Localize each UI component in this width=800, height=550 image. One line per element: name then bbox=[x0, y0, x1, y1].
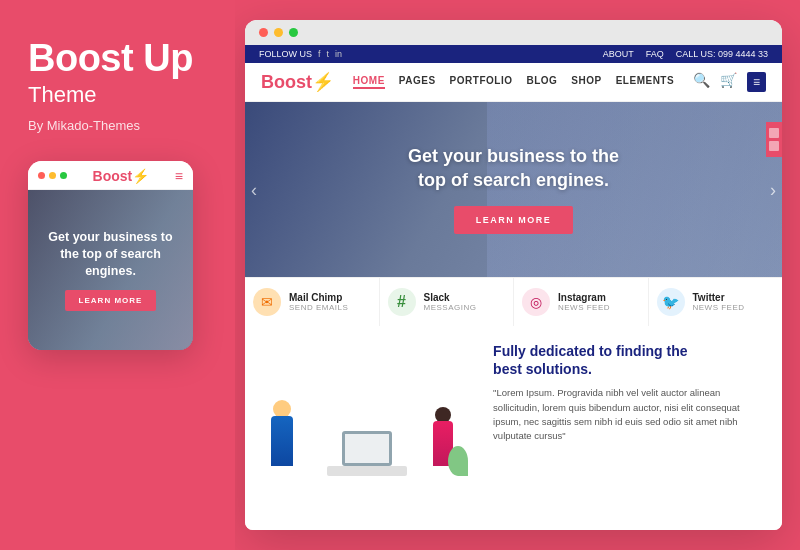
search-icon[interactable]: 🔍 bbox=[693, 72, 710, 92]
site-logo: Boost⚡ bbox=[261, 71, 334, 93]
side-btn-1 bbox=[769, 128, 779, 138]
illus-leaf bbox=[448, 446, 468, 476]
nav-pages[interactable]: PAGES bbox=[399, 75, 436, 89]
twitter-icon: t bbox=[327, 49, 330, 59]
slack-sub: MESSAGING bbox=[424, 303, 477, 312]
faq-link[interactable]: FAQ bbox=[646, 49, 664, 59]
integration-slack: # Slack MESSAGING bbox=[380, 278, 515, 326]
app-title: Boost Up Theme bbox=[28, 38, 193, 108]
call-us-text: CALL US: 099 4444 33 bbox=[676, 49, 768, 59]
browser-mockup: FOLLOW US f t in ABOUT FAQ CALL US: 099 … bbox=[245, 20, 782, 530]
twitter-sub: NEWS FEED bbox=[693, 303, 745, 312]
hero-learn-more-btn[interactable]: LEARN MORE bbox=[454, 206, 574, 234]
instagram-sub: NEWS FEED bbox=[558, 303, 610, 312]
bottom-illustration bbox=[261, 342, 473, 520]
mailchimp-name: Mail Chimp bbox=[289, 292, 348, 303]
facebook-icon: f bbox=[318, 49, 321, 59]
title-text: Boost Up bbox=[28, 38, 193, 80]
twitter-text: Twitter NEWS FEED bbox=[693, 292, 745, 312]
integration-twitter: 🐦 Twitter NEWS FEED bbox=[649, 278, 783, 326]
instagram-icon: in bbox=[335, 49, 342, 59]
site-navbar: Boost⚡ HOME PAGES PORTFOLIO BLOG SHOP EL… bbox=[245, 63, 782, 102]
subtitle-text: Theme bbox=[28, 82, 193, 108]
instagram-text: Instagram NEWS FEED bbox=[558, 292, 610, 312]
integration-mailchimp: ✉ Mail Chimp SEND EMAILS bbox=[245, 278, 380, 326]
integrations-bar: ✉ Mail Chimp SEND EMAILS # Slack MESSAGI… bbox=[245, 277, 782, 326]
mobile-dots bbox=[38, 172, 67, 179]
mailchimp-icon: ✉ bbox=[253, 288, 281, 316]
mobile-mockup: Boost⚡ ≡ Get your business to the top of… bbox=[28, 161, 193, 350]
site-topbar: FOLLOW US f t in ABOUT FAQ CALL US: 099 … bbox=[245, 45, 782, 63]
integration-instagram: ◎ Instagram NEWS FEED bbox=[514, 278, 649, 326]
mobile-dot-green bbox=[60, 172, 67, 179]
follow-us-label: FOLLOW US bbox=[259, 49, 312, 59]
illus-monitor bbox=[342, 431, 392, 466]
site-bottom: Fully dedicated to finding thebest solut… bbox=[245, 326, 782, 530]
illustration-container bbox=[261, 386, 473, 476]
mobile-hamburger-icon[interactable]: ≡ bbox=[175, 168, 183, 184]
topbar-right: ABOUT FAQ CALL US: 099 4444 33 bbox=[603, 49, 768, 59]
illus-person1-body bbox=[271, 416, 293, 466]
by-line: By Mikado-Themes bbox=[28, 118, 140, 133]
slack-icon: # bbox=[388, 288, 416, 316]
bottom-text-area: Fully dedicated to finding thebest solut… bbox=[493, 342, 766, 520]
browser-dot-green bbox=[289, 28, 298, 37]
bottom-body: "Lorem Ipsum. Progravida nibh vel velit … bbox=[493, 386, 766, 443]
mobile-logo: Boost⚡ bbox=[93, 168, 150, 184]
nav-portfolio[interactable]: PORTFOLIO bbox=[450, 75, 513, 89]
hero-title: Get your business to thetop of search en… bbox=[408, 145, 619, 192]
mobile-topbar: Boost⚡ ≡ bbox=[28, 161, 193, 190]
mobile-logo-text: Boost bbox=[93, 168, 133, 184]
site-hero: Get your business to thetop of search en… bbox=[245, 102, 782, 277]
mailchimp-sub: SEND EMAILS bbox=[289, 303, 348, 312]
about-link[interactable]: ABOUT bbox=[603, 49, 634, 59]
nav-elements[interactable]: ELEMENTS bbox=[616, 75, 674, 89]
site-nav-icons: 🔍 🛒 ≡ bbox=[693, 72, 766, 92]
site-logo-text: Boost bbox=[261, 72, 312, 92]
side-btn-2 bbox=[769, 141, 779, 151]
mobile-logo-icon: ⚡ bbox=[132, 168, 149, 184]
mailchimp-text: Mail Chimp SEND EMAILS bbox=[289, 292, 348, 312]
browser-dot-red bbox=[259, 28, 268, 37]
nav-blog[interactable]: BLOG bbox=[526, 75, 557, 89]
slack-name: Slack bbox=[424, 292, 477, 303]
topbar-left: FOLLOW US f t in bbox=[259, 49, 342, 59]
nav-home[interactable]: HOME bbox=[353, 75, 385, 89]
hero-content: Get your business to thetop of search en… bbox=[408, 145, 619, 234]
mobile-hero-text: Get your business to the top of search e… bbox=[40, 229, 181, 280]
site-logo-icon: ⚡ bbox=[312, 72, 334, 92]
browser-dot-yellow bbox=[274, 28, 283, 37]
left-panel: Boost Up Theme By Mikado-Themes Boost⚡ ≡… bbox=[0, 0, 235, 550]
twitter-icon: 🐦 bbox=[657, 288, 685, 316]
twitter-name: Twitter bbox=[693, 292, 745, 303]
bottom-heading: Fully dedicated to finding thebest solut… bbox=[493, 342, 766, 378]
illus-desk bbox=[327, 466, 407, 476]
slack-text: Slack MESSAGING bbox=[424, 292, 477, 312]
slider-arrow-right[interactable]: › bbox=[770, 179, 776, 200]
mobile-dot-yellow bbox=[49, 172, 56, 179]
side-red-buttons bbox=[766, 122, 782, 157]
mobile-hero: Get your business to the top of search e… bbox=[28, 190, 193, 350]
browser-titlebar bbox=[245, 20, 782, 45]
instagram-name: Instagram bbox=[558, 292, 610, 303]
slider-arrow-left[interactable]: ‹ bbox=[251, 179, 257, 200]
cart-icon[interactable]: 🛒 bbox=[720, 72, 737, 92]
menu-icon[interactable]: ≡ bbox=[747, 72, 766, 92]
instagram-icon: ◎ bbox=[522, 288, 550, 316]
mobile-hero-btn[interactable]: LEARN MORE bbox=[65, 290, 157, 311]
site-nav-links: HOME PAGES PORTFOLIO BLOG SHOP ELEMENTS bbox=[353, 75, 674, 89]
nav-shop[interactable]: SHOP bbox=[571, 75, 601, 89]
mobile-dot-red bbox=[38, 172, 45, 179]
